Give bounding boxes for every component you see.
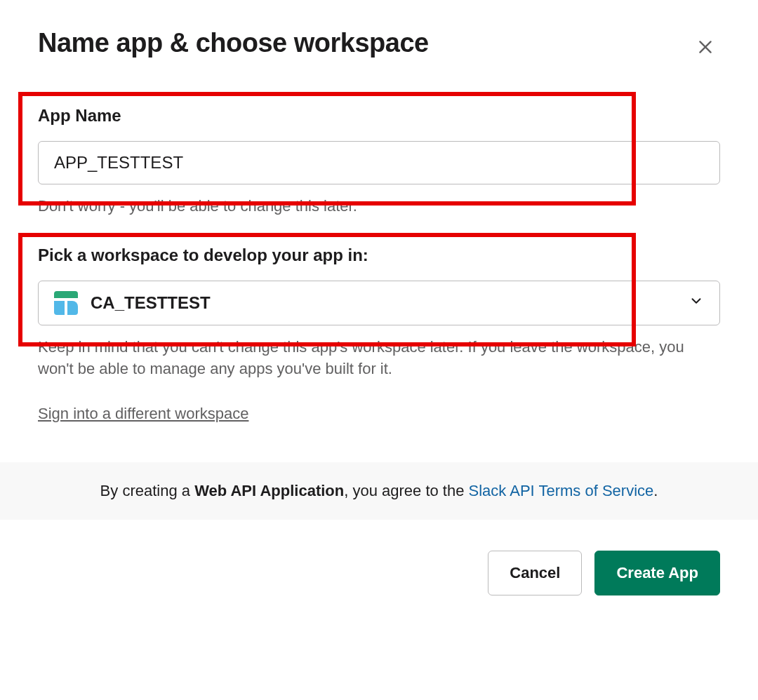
chevron-down-icon (689, 293, 704, 313)
footer-actions: Cancel Create App (38, 520, 720, 595)
sign-into-different-workspace-link[interactable]: Sign into a different workspace (38, 405, 248, 423)
close-icon (696, 48, 714, 58)
app-name-input[interactable] (38, 141, 720, 184)
app-name-help: Don't worry - you'll be able to change t… (38, 196, 720, 217)
workspace-selected-value: CA_TESTTEST (91, 293, 211, 313)
close-button[interactable] (691, 32, 720, 64)
terms-suffix: . (653, 482, 658, 499)
workspace-label: Pick a workspace to develop your app in: (38, 245, 720, 265)
workspace-help: Keep in mind that you can't change this … (38, 337, 720, 380)
modal-header: Name app & choose workspace (38, 28, 720, 64)
app-name-section: App Name Don't worry - you'll be able to… (38, 106, 720, 217)
modal-title: Name app & choose workspace (38, 28, 429, 58)
create-app-modal: Name app & choose workspace App Name Don… (0, 0, 758, 624)
workspace-section: Pick a workspace to develop your app in:… (38, 245, 720, 424)
terms-middle: , you agree to the (344, 482, 468, 499)
terms-bold: Web API Application (194, 482, 344, 499)
create-app-button[interactable]: Create App (594, 551, 720, 595)
terms-of-service-link[interactable]: Slack API Terms of Service (469, 482, 654, 499)
cancel-button[interactable]: Cancel (488, 551, 582, 595)
workspace-select[interactable]: CA_TESTTEST (38, 281, 720, 325)
app-name-label: App Name (38, 106, 720, 126)
workspace-icon (54, 291, 78, 315)
terms-prefix: By creating a (100, 482, 195, 499)
terms-bar: By creating a Web API Application, you a… (0, 462, 758, 520)
